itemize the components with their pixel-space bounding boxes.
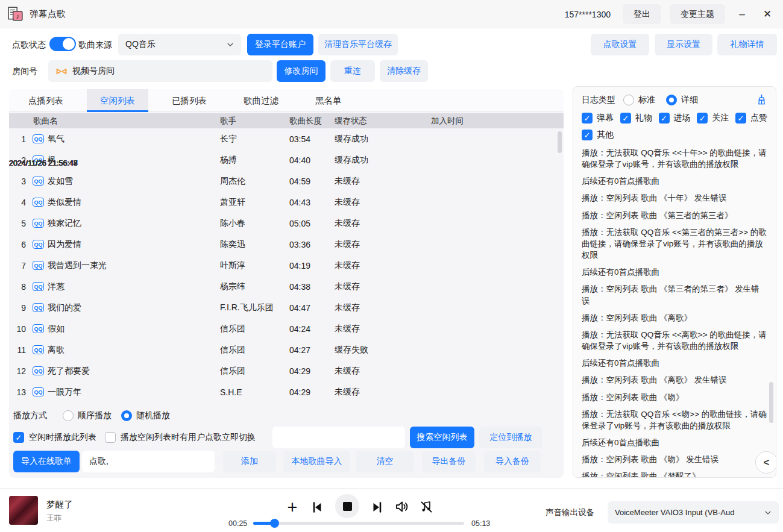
table-row[interactable]: 12QQ死了都要爱信乐团04:29未缓存2024/11/26 21:56:48: [9, 360, 564, 381]
collapse-panel-button[interactable]: <: [755, 451, 776, 474]
next-track-icon[interactable]: [370, 499, 385, 515]
table-row[interactable]: 10QQ假如信乐团04:24未缓存2024/11/26 21:56:48: [9, 318, 564, 339]
clear-log-icon[interactable]: [756, 94, 767, 105]
idle-search-input[interactable]: [272, 427, 405, 448]
tab-2[interactable]: 已播列表: [159, 89, 220, 112]
song-list-panel: 点播列表空闲列表已播列表歌曲过滤黑名单 歌曲名 歌手 歌曲长度 缓存状态 加入时…: [9, 89, 564, 478]
log-filter-1[interactable]: ✓礼物: [620, 113, 652, 124]
login-platform-button[interactable]: 登录平台账户: [247, 34, 313, 55]
volume-icon[interactable]: [394, 499, 409, 515]
log-scrollbar[interactable]: [769, 382, 773, 423]
table-row[interactable]: 1QQ氧气长宇03:54缓存成功2024/11/26 21:56:47: [9, 128, 564, 149]
modify-room-button[interactable]: 修改房间: [277, 60, 325, 82]
radio-unselected-icon[interactable]: [63, 410, 74, 421]
table-row[interactable]: 3QQ发如雪周杰伦04:59未缓存2024/11/26 21:56:47: [9, 171, 564, 192]
log-type-option-0[interactable]: 标准: [623, 95, 655, 105]
action-button-0[interactable]: 添加: [223, 451, 276, 472]
checkbox-checked-icon[interactable]: ✓: [659, 113, 670, 124]
table-row[interactable]: 4QQ类似爱情萧亚轩04:43未缓存2024/11/26 21:56:47: [9, 192, 564, 213]
settings-button-1[interactable]: 显示设置: [655, 34, 712, 55]
log-entry: 播放：无法获取 QQ音乐 <<离歌>> 的歌曲链接，请确保登录了vip账号，并有…: [582, 329, 767, 352]
stop-icon[interactable]: [335, 494, 359, 518]
settings-button-0[interactable]: 点歌设置: [591, 34, 649, 55]
source-select[interactable]: QQ音乐: [118, 34, 241, 55]
cell-artist: S.H.E: [220, 387, 289, 397]
table-scrollbar[interactable]: [558, 131, 562, 153]
reconnect-button[interactable]: 重连: [330, 60, 375, 82]
table-row[interactable]: 7QQ我曾遇到一束光叶斯淳04:19未缓存2024/11/26 21:56:48: [9, 255, 564, 276]
radio-selected-icon[interactable]: [666, 95, 677, 105]
action-button-2[interactable]: 清空: [356, 451, 414, 472]
checkbox-checked-icon[interactable]: ✓: [620, 113, 631, 124]
search-idle-list-button[interactable]: 搜索空闲列表: [410, 427, 474, 448]
cell-num: 12: [9, 366, 26, 376]
idle-options-row: ✓空闲时播放此列表播放空闲列表时有用户点歌立即切换: [13, 427, 264, 448]
import-online-playlist-button[interactable]: 导入在线歌单: [13, 451, 80, 472]
song-request-toggle[interactable]: [49, 37, 76, 51]
change-theme-button[interactable]: 变更主题: [670, 4, 725, 24]
log-filter-5[interactable]: ✓其他: [582, 130, 614, 140]
cell-dur: 04:29: [289, 387, 335, 397]
tab-1[interactable]: 空闲列表: [87, 89, 148, 112]
idle-option-1[interactable]: 播放空闲列表时有用户点歌立即切换: [105, 432, 256, 443]
progress-thumb[interactable]: [270, 519, 279, 528]
play-mode-option-1[interactable]: 随机播放: [121, 410, 170, 421]
room-input[interactable]: 视频号房间: [48, 60, 272, 82]
log-filter-0[interactable]: ✓弹幕: [582, 113, 614, 124]
qq-music-icon: QQ: [33, 324, 44, 333]
settings-button-2[interactable]: 礼物详情: [717, 34, 777, 55]
cell-num: 5: [9, 219, 26, 228]
radio-unselected-icon[interactable]: [623, 95, 634, 105]
idle-option-0[interactable]: ✓空闲时播放此列表: [13, 432, 96, 443]
log-filter-4[interactable]: ✓点赞: [735, 113, 767, 124]
minimize-icon[interactable]: –: [734, 8, 750, 20]
table-row[interactable]: 11QQ离歌信乐团04:27缓存失败2024/11/26 21:56:48: [9, 339, 564, 360]
account-number: 157****1300: [565, 10, 611, 19]
checkbox-unchecked-icon[interactable]: [105, 432, 116, 443]
action-button-1[interactable]: 本地歌曲导入: [283, 451, 350, 472]
audio-output-select[interactable]: VoiceMeeter VAIO3 Input (VB-Aud: [608, 501, 779, 524]
progress-slider[interactable]: [253, 522, 464, 525]
table-row[interactable]: 5QQ独家记忆陈小春05:05未缓存2024/11/26 21:56:48: [9, 213, 564, 234]
cell-dur: 04:38: [289, 282, 335, 292]
cell-dur: 04:27: [289, 345, 335, 355]
logout-button[interactable]: 登出: [623, 4, 661, 24]
tab-3[interactable]: 歌曲过滤: [230, 89, 292, 112]
checkbox-checked-icon[interactable]: ✓: [582, 130, 593, 140]
checkbox-checked-icon[interactable]: ✓: [13, 432, 24, 443]
log-filter-label: 点赞: [750, 113, 767, 124]
log-filter-2[interactable]: ✓进场: [659, 113, 691, 124]
status-label: 点歌状态: [12, 40, 46, 51]
table-row[interactable]: 2QQ枫杨搏04:40缓存成功2024/11/26 21:56:47: [9, 149, 564, 171]
play-mode-option-0[interactable]: 顺序播放: [63, 410, 112, 421]
player-bar: 梦醒了 王菲 + 00:25 05:13 声音输出设备 VoiceMeeter …: [0, 488, 783, 532]
checkbox-checked-icon[interactable]: ✓: [697, 113, 708, 124]
log-filter-label: 弹幕: [597, 113, 614, 124]
tab-4[interactable]: 黑名单: [302, 89, 355, 112]
cell-artist: 信乐团: [220, 324, 289, 334]
table-row[interactable]: 13QQ一眼万年S.H.E04:29未缓存2024/11/26 21:56:48: [9, 381, 564, 402]
close-icon[interactable]: ✕: [759, 8, 776, 20]
action-button-3[interactable]: 导出备份: [422, 451, 476, 472]
checkbox-checked-icon[interactable]: ✓: [582, 113, 593, 124]
locate-playing-button[interactable]: 定位到播放: [479, 427, 542, 448]
qq-music-icon: QQ: [33, 303, 44, 312]
add-song-input[interactable]: 点歌,: [82, 451, 215, 472]
log-type-option-1[interactable]: 详细: [666, 95, 698, 105]
log-filter-3[interactable]: ✓关注: [697, 113, 729, 124]
lyrics-off-icon[interactable]: [419, 499, 433, 515]
previous-track-icon[interactable]: [310, 499, 324, 515]
tab-0[interactable]: 点播列表: [15, 89, 77, 112]
table-row[interactable]: 6QQ因为爱情陈奕迅03:36未缓存2024/11/26 21:56:48: [9, 234, 564, 255]
table-row[interactable]: 9QQ我们的爱F.I.R.飞儿乐团04:47未缓存2024/11/26 21:5…: [9, 297, 564, 318]
qq-music-icon: QQ: [33, 345, 44, 354]
checkbox-checked-icon[interactable]: ✓: [735, 113, 746, 124]
clean-music-cache-button[interactable]: 清理音乐平台缓存: [318, 34, 398, 55]
table-row[interactable]: 8QQ洋葱杨宗纬04:38未缓存2024/11/26 21:56:48: [9, 276, 564, 297]
cell-status: 缓存成功: [335, 155, 431, 166]
clear-cache-button[interactable]: 清除缓存: [380, 60, 428, 82]
cell-name: 离歌: [44, 345, 220, 355]
add-song-icon[interactable]: +: [283, 497, 301, 518]
action-button-4[interactable]: 导入备份: [484, 451, 541, 472]
radio-selected-icon[interactable]: [121, 410, 132, 421]
